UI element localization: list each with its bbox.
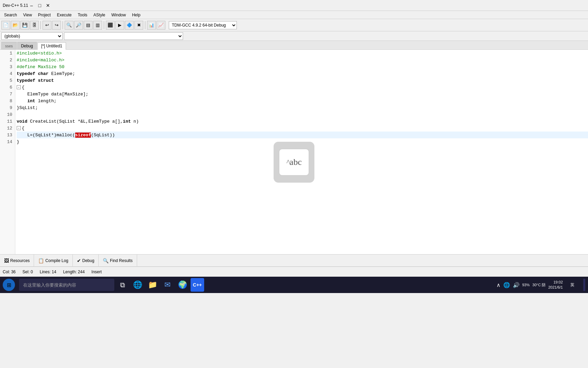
start-button[interactable]: ⊞ [3, 279, 15, 291]
code-line-5[interactable]: typedef struct [17, 77, 588, 84]
status-bar: Col: 36 Sel: 0 Lines: 14 Length: 244 Ins… [0, 266, 588, 277]
code-line-10[interactable] [17, 111, 588, 118]
battery-status: 93% [522, 283, 530, 287]
scope-bar: (globals) [0, 31, 588, 41]
code-line-7[interactable]: ElemType data[MaxSize]; [17, 91, 588, 97]
abc-overlay: ^ abc [274, 142, 314, 183]
tab-untitled1[interactable]: [*] Untitled1 [37, 42, 66, 50]
debug-icon: ✔ [77, 258, 81, 263]
code-line-13[interactable]: L=(SqList*)malloc(sizeof(SqList)) [17, 132, 588, 138]
menu-tools[interactable]: Tools [75, 12, 90, 18]
code-line-4[interactable]: typedef char ElemType; [17, 70, 588, 77]
taskbar-mail[interactable]: ✉ [161, 278, 174, 292]
replace-button[interactable]: 🔎 [74, 21, 83, 30]
app-title: Dev-C++ 5.11 [3, 3, 28, 8]
scope-right-select[interactable] [64, 32, 183, 40]
sep1 [40, 21, 41, 29]
fold-marker-12[interactable]: - [17, 126, 21, 130]
volume-icon[interactable]: 🔊 [513, 282, 520, 288]
code-line-3[interactable]: #define MaxSize 50 [17, 63, 588, 70]
stop-button[interactable]: ✖ [134, 21, 143, 30]
bottom-tab-find-results[interactable]: 🔍 Find Results [99, 255, 137, 267]
menu-bar: Search View Project Execute Tools AStyle… [0, 11, 588, 19]
menu-search[interactable]: Search [1, 12, 20, 18]
compile-log-label: Compile Log [45, 258, 68, 263]
debug-label: Debug [82, 258, 94, 263]
tab-debug[interactable]: Debug [17, 42, 37, 49]
fold-marker-6[interactable]: - [17, 85, 21, 89]
status-col: Col: 36 [3, 270, 16, 274]
dedent-button[interactable]: ▥ [93, 21, 102, 30]
compile-button[interactable]: ⬛ [106, 21, 115, 30]
code-line-12[interactable]: -{ [17, 125, 588, 132]
menu-view[interactable]: View [20, 12, 35, 18]
code-line-2[interactable]: #include<malloc.h> [17, 57, 588, 63]
taskbar: ⊞ ⧉ 🌐 📁 ✉ 🌍 C++ ∧ 🌐 🔊 93% 30°C 阴 19:02 2… [0, 277, 588, 293]
menu-window[interactable]: Window [109, 12, 129, 18]
new-button[interactable]: 📄 [1, 21, 10, 30]
line-numbers: 1 2 3 4 5 6 7 8 9 10 11 12 13 14 [0, 50, 15, 254]
taskbar-search[interactable] [19, 279, 114, 291]
code-line-8[interactable]: int length; [17, 97, 588, 104]
main-area: 1 2 3 4 5 6 7 8 9 10 11 12 13 14 #includ… [0, 50, 588, 254]
show-desktop-button[interactable] [583, 279, 585, 291]
info-button[interactable]: 📈 [157, 21, 165, 30]
tabs-row: sses Debug [*] Untitled1 [0, 41, 588, 50]
toolbar: 📄 📂 💾 🗄 ↩ ↪ 🔍 🔎 ▤ ▥ ⬛ ▶ 🔷 ✖ 📊 📈 TDM-GCC … [0, 19, 588, 31]
taskbar-lang[interactable]: 英 [566, 278, 579, 292]
undo-button[interactable]: ↩ [43, 21, 51, 30]
menu-execute[interactable]: Execute [54, 12, 74, 18]
scope-left-select[interactable]: (globals) [1, 32, 63, 40]
taskbar-multitask[interactable]: ⧉ [116, 278, 129, 292]
menu-astyle[interactable]: AStyle [91, 12, 108, 18]
find-results-label: Find Results [110, 258, 133, 263]
compiler-select[interactable]: TDM-GCC 4.9.2 64-bit Debug [169, 21, 237, 29]
redo-button[interactable]: ↪ [52, 21, 61, 30]
taskbar-time: 19:02 [548, 280, 563, 285]
taskbar-browser2[interactable]: 🌍 [176, 278, 189, 292]
status-sel: Sel: 0 [22, 270, 33, 274]
title-bar: Dev-C++ 5.11 – □ ✕ [0, 0, 588, 11]
code-line-1[interactable]: #include<stdio.h> [17, 50, 588, 57]
taskbar-clock[interactable]: 19:02 2021/6/1 [548, 280, 563, 290]
window-controls: – □ ✕ [28, 2, 51, 9]
sep2 [63, 21, 63, 29]
minimize-button[interactable]: – [28, 2, 35, 9]
maximize-button[interactable]: □ [36, 2, 43, 9]
taskbar-devpp[interactable]: C++ [191, 278, 204, 292]
save-all-button[interactable]: 🗄 [30, 21, 39, 30]
code-line-9[interactable]: }SqList; [17, 104, 588, 111]
bottom-tab-resources[interactable]: 🖼 Resources [0, 255, 34, 267]
sep4 [145, 21, 145, 29]
status-length: Length: 244 [63, 270, 84, 274]
status-lines: Lines: 14 [40, 270, 56, 274]
tab-classes[interactable]: sses [1, 42, 17, 49]
bottom-tab-compile-log[interactable]: 📋 Compile Log [34, 255, 72, 267]
taskbar-edge[interactable]: 🌐 [131, 278, 144, 292]
indent-button[interactable]: ▤ [84, 21, 93, 30]
menu-help[interactable]: Help [129, 12, 143, 18]
search-button[interactable]: 🔍 [65, 21, 74, 30]
run-button[interactable]: ▶ [115, 21, 124, 30]
bottom-tab-debug[interactable]: ✔ Debug [73, 255, 99, 267]
code-line-11[interactable]: void CreateList(SqList *&L,ElemType a[],… [17, 118, 588, 125]
resources-label: Resources [10, 258, 30, 263]
abc-icon: ^ abc [279, 149, 309, 176]
taskbar-right: ∧ 🌐 🔊 93% 30°C 阴 19:02 2021/6/1 英 [496, 278, 586, 292]
debug-button[interactable]: 🔷 [125, 21, 134, 30]
find-results-icon: 🔍 [103, 258, 109, 263]
bottom-panel: 🖼 Resources 📋 Compile Log ✔ Debug 🔍 Find… [0, 254, 588, 266]
code-editor[interactable]: 1 2 3 4 5 6 7 8 9 10 11 12 13 14 #includ… [0, 50, 588, 254]
open-button[interactable]: 📂 [11, 21, 20, 30]
taskbar-explorer[interactable]: 📁 [146, 278, 159, 292]
menu-project[interactable]: Project [35, 12, 53, 18]
code-line-6[interactable]: -{ [17, 84, 588, 91]
save-button[interactable]: 💾 [20, 21, 29, 30]
sep3 [104, 21, 104, 29]
status-mode: Insert [92, 270, 102, 274]
chart-button[interactable]: 📊 [147, 21, 156, 30]
network-icon[interactable]: 🌐 [503, 282, 510, 288]
resources-icon: 🖼 [4, 258, 9, 263]
close-button[interactable]: ✕ [45, 2, 51, 9]
chevron-up-icon[interactable]: ∧ [496, 282, 501, 288]
